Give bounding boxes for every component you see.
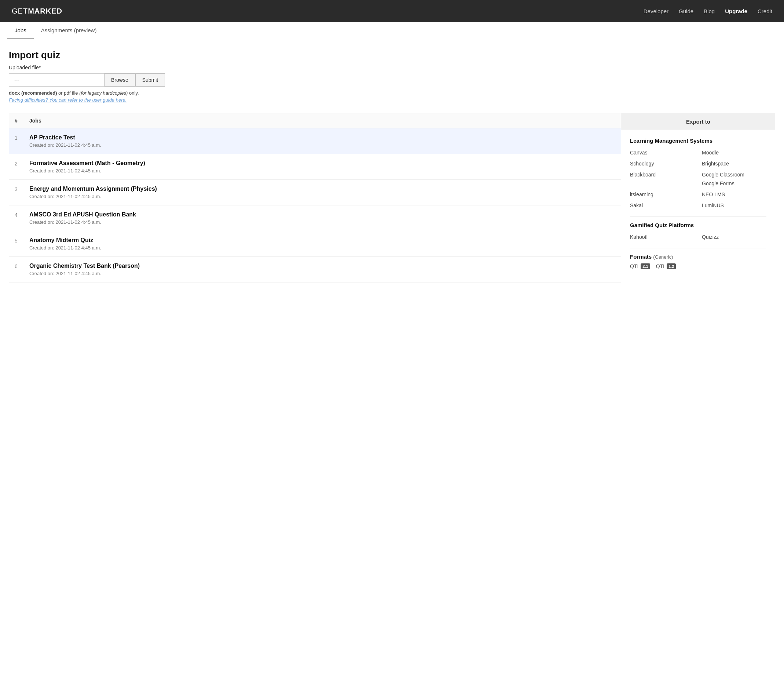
lms-grid: Canvas Moodle Schoology Brightspace Blac… [630, 149, 767, 209]
job-num: 4 [15, 211, 29, 218]
job-info: Formative Assessment (Math - Geometry) C… [29, 160, 145, 174]
jobs-table-header: # Jobs [9, 113, 621, 128]
job-date: Created on: 2021-11-02 4:45 a.m. [29, 271, 140, 276]
main-content: Import quiz Uploaded file* --- Browse Su… [0, 39, 784, 282]
qti-21-label: QTI [630, 263, 638, 269]
job-item-1[interactable]: 1 AP Practice Test Created on: 2021-11-0… [9, 128, 621, 154]
export-google-classroom[interactable]: Google Classroom [702, 171, 767, 178]
export-qti-12[interactable]: QTI 1.2 [656, 263, 676, 269]
job-name: AP Practice Test [29, 134, 101, 141]
nav-credit[interactable]: Credit [758, 8, 772, 14]
job-date: Created on: 2021-11-02 4:45 a.m. [29, 245, 101, 250]
export-sakai[interactable]: Sakai [630, 202, 695, 209]
col-num-header: # [15, 118, 29, 124]
qti-12-version: 1.2 [667, 263, 676, 269]
gamified-title: Gamified Quiz Platforms [630, 222, 767, 228]
export-itslearning[interactable]: itslearning [630, 191, 695, 198]
nav-guide[interactable]: Guide [679, 8, 693, 14]
lms-title: Learning Management Systems [630, 137, 767, 144]
divider-2 [630, 248, 767, 249]
export-blackboard[interactable]: Blackboard [630, 171, 695, 187]
export-brightspace[interactable]: Brightspace [702, 160, 767, 167]
nav-blog[interactable]: Blog [704, 8, 715, 14]
file-hint: docx (recommended) or pdf file (for lega… [9, 90, 775, 96]
logo: GETMARKED [12, 7, 62, 15]
divider-1 [630, 217, 767, 217]
job-item-2[interactable]: 2 Formative Assessment (Math - Geometry)… [9, 154, 621, 180]
jobs-panel: # Jobs 1 AP Practice Test Created on: 20… [9, 113, 621, 282]
job-info: Organic Chemistry Test Bank (Pearson) Cr… [29, 263, 140, 276]
job-info: Energy and Momentum Assignment (Physics)… [29, 186, 157, 199]
upload-label: Uploaded file* [9, 65, 775, 70]
nav-developer[interactable]: Developer [644, 8, 668, 14]
formats-title: Formats (Generic) [630, 253, 767, 260]
export-body: Learning Management Systems Canvas Moodl… [621, 130, 775, 277]
gamified-grid: Kahoot! Quizizz [630, 233, 767, 241]
export-canvas[interactable]: Canvas [630, 149, 695, 156]
formats-row: QTI 2.1 QTI 1.2 [630, 263, 767, 269]
job-date: Created on: 2021-11-02 4:45 a.m. [29, 219, 136, 225]
export-google-forms[interactable]: Google Forms [702, 180, 767, 187]
job-date: Created on: 2021-11-02 4:45 a.m. [29, 168, 145, 174]
export-kahoot[interactable]: Kahoot! [630, 233, 695, 241]
job-num: 1 [15, 134, 29, 141]
guide-link[interactable]: Facing difficulties? You can refer to th… [9, 97, 775, 103]
job-item-3[interactable]: 3 Energy and Momentum Assignment (Physic… [9, 180, 621, 206]
job-num: 2 [15, 160, 29, 167]
file-text-display: --- [9, 73, 104, 86]
header: GETMARKED Developer Guide Blog Upgrade C… [0, 0, 784, 22]
job-name: Formative Assessment (Math - Geometry) [29, 160, 145, 167]
job-name: Anatomy Midterm Quiz [29, 237, 101, 244]
job-num: 3 [15, 186, 29, 192]
content-area: # Jobs 1 AP Practice Test Created on: 20… [9, 113, 775, 282]
qti-12-label: QTI [656, 263, 665, 269]
tab-assignments[interactable]: Assignments (preview) [34, 22, 104, 39]
jobs-list: 1 AP Practice Test Created on: 2021-11-0… [9, 128, 621, 282]
browse-button[interactable]: Browse [104, 73, 135, 86]
export-neo-lms[interactable]: NEO LMS [702, 191, 767, 198]
export-quizizz[interactable]: Quizizz [702, 233, 767, 241]
job-name: Organic Chemistry Test Bank (Pearson) [29, 263, 140, 269]
export-luminus[interactable]: LumiNUS [702, 202, 767, 209]
job-item-5[interactable]: 5 Anatomy Midterm Quiz Created on: 2021-… [9, 231, 621, 257]
job-item-6[interactable]: 6 Organic Chemistry Test Bank (Pearson) … [9, 257, 621, 282]
export-schoology[interactable]: Schoology [630, 160, 695, 167]
logo-get: GET [12, 7, 28, 15]
job-num: 6 [15, 263, 29, 269]
page-title: Import quiz [9, 49, 775, 61]
tab-jobs[interactable]: Jobs [7, 22, 34, 39]
job-item-4[interactable]: 4 AMSCO 3rd Ed APUSH Question Bank Creat… [9, 206, 621, 231]
col-jobs-header: Jobs [29, 118, 41, 124]
file-input-row: --- Browse Submit [9, 73, 775, 86]
nav-upgrade[interactable]: Upgrade [725, 8, 747, 14]
nav: Developer Guide Blog Upgrade Credit [644, 8, 772, 14]
job-name: Energy and Momentum Assignment (Physics) [29, 186, 157, 192]
job-num: 5 [15, 237, 29, 244]
export-panel: Export to Learning Management Systems Ca… [621, 113, 775, 282]
submit-button[interactable]: Submit [135, 73, 165, 86]
job-info: AP Practice Test Created on: 2021-11-02 … [29, 134, 101, 148]
job-info: Anatomy Midterm Quiz Created on: 2021-11… [29, 237, 101, 250]
qti-21-version: 2.1 [641, 263, 650, 269]
job-date: Created on: 2021-11-02 4:45 a.m. [29, 142, 101, 148]
export-qti-21[interactable]: QTI 2.1 [630, 263, 650, 269]
formats-generic-label: (Generic) [653, 254, 673, 260]
logo-marked: MARKED [28, 7, 62, 15]
tabs-bar: Jobs Assignments (preview) [0, 22, 784, 39]
job-info: AMSCO 3rd Ed APUSH Question Bank Created… [29, 211, 136, 225]
export-header: Export to [621, 113, 775, 130]
job-date: Created on: 2021-11-02 4:45 a.m. [29, 194, 157, 199]
export-moodle[interactable]: Moodle [702, 149, 767, 156]
job-name: AMSCO 3rd Ed APUSH Question Bank [29, 211, 136, 218]
